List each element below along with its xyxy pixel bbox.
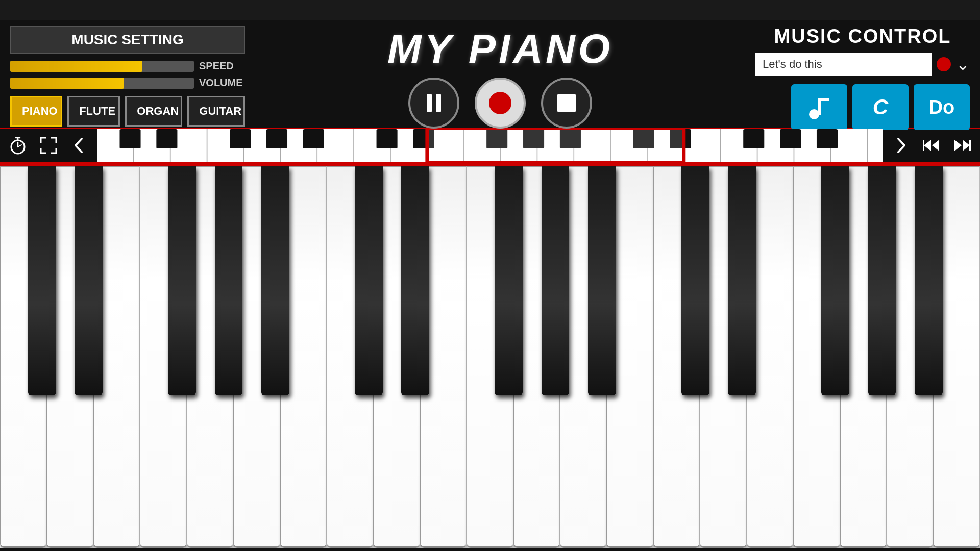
record-indicator xyxy=(937,57,951,71)
timer-button[interactable] xyxy=(5,136,31,155)
piano-section xyxy=(0,166,980,548)
record-button[interactable] xyxy=(475,78,526,129)
volume-slider-row: VOLUME xyxy=(10,77,245,89)
svg-marker-47 xyxy=(924,140,931,151)
svg-marker-48 xyxy=(932,140,939,151)
fast-forward-icon xyxy=(952,136,972,155)
svg-rect-45 xyxy=(817,129,838,148)
speed-slider-track[interactable] xyxy=(10,61,194,72)
svg-marker-50 xyxy=(963,140,970,151)
svg-rect-49 xyxy=(923,140,924,151)
fullscreen-icon xyxy=(39,136,58,155)
top-bar xyxy=(0,0,980,20)
svg-rect-43 xyxy=(743,129,764,148)
speed-label: SPEED xyxy=(199,60,245,72)
black-key-7-5.6[interactable] xyxy=(588,166,616,395)
svg-marker-51 xyxy=(954,140,962,151)
music-note-icon xyxy=(806,94,832,120)
fullscreen-button[interactable] xyxy=(36,136,61,155)
instrument-btn-flute[interactable]: FLUTE xyxy=(67,96,120,127)
mode-buttons: C Do xyxy=(755,84,970,130)
pause-bar-right xyxy=(436,94,441,112)
next-icon xyxy=(892,137,910,154)
black-key-14-1.6[interactable] xyxy=(728,166,756,395)
svg-point-0 xyxy=(809,109,819,119)
black-key-14-0.6[interactable] xyxy=(681,166,709,395)
instrument-btn-organ[interactable]: ORGAN xyxy=(125,96,182,127)
stop-square xyxy=(557,94,576,112)
pause-button[interactable] xyxy=(408,78,459,129)
black-key-0-1.6[interactable] xyxy=(75,166,103,395)
svg-rect-52 xyxy=(969,140,971,151)
volume-slider-track[interactable] xyxy=(10,78,194,89)
song-input[interactable] xyxy=(755,53,932,76)
do-mode-button[interactable]: Do xyxy=(914,84,970,130)
black-key-0-0.6[interactable] xyxy=(28,166,56,395)
music-setting-title: MUSIC SETTING xyxy=(10,26,245,54)
prev-icon xyxy=(70,137,88,154)
next-octave-button[interactable] xyxy=(888,137,914,154)
transport-controls xyxy=(408,78,592,129)
svg-rect-1 xyxy=(818,98,821,115)
nav-bar: // Will be drawn inline xyxy=(0,128,980,163)
black-key-7-4.6[interactable] xyxy=(542,166,570,395)
record-dot xyxy=(489,92,511,114)
song-selector-row: ⌄ xyxy=(755,53,970,76)
app-title: MY PIANO xyxy=(387,26,613,72)
pause-bar-left xyxy=(427,94,432,112)
black-key-0-4.6[interactable] xyxy=(215,166,243,395)
svg-rect-35 xyxy=(303,129,324,148)
center-panel: MY PIANO xyxy=(255,26,745,122)
svg-rect-32 xyxy=(156,129,177,148)
fast-forward-button[interactable] xyxy=(949,136,975,155)
mini-keyboard-wrapper[interactable]: // Will be drawn inline xyxy=(97,129,883,162)
svg-rect-31 xyxy=(119,129,140,148)
right-panel: MUSIC CONTROL ⌄ C Do xyxy=(755,26,970,122)
svg-rect-44 xyxy=(780,129,801,148)
instrument-btn-piano[interactable]: PIANO xyxy=(10,96,62,127)
music-mode-button[interactable] xyxy=(791,84,847,130)
black-key-14-4.6[interactable] xyxy=(868,166,896,395)
instrument-buttons: PIANO FLUTE ORGAN GUITAR xyxy=(10,96,245,127)
mini-keyboard[interactable]: // Will be drawn inline xyxy=(97,129,883,162)
chevron-down-icon[interactable]: ⌄ xyxy=(956,55,970,74)
rewind-button[interactable] xyxy=(919,136,944,155)
black-key-0-5.6[interactable] xyxy=(261,166,289,395)
music-control-title: MUSIC CONTROL xyxy=(755,26,970,47)
timer-icon xyxy=(8,136,28,155)
c-mode-button[interactable]: C xyxy=(852,84,909,130)
black-key-14-3.6[interactable] xyxy=(821,166,849,395)
rewind-icon xyxy=(922,136,941,155)
black-key-7-3.6[interactable] xyxy=(495,166,523,395)
volume-label: VOLUME xyxy=(199,77,245,89)
svg-rect-2 xyxy=(818,98,829,101)
svg-rect-33 xyxy=(230,129,251,148)
stop-button[interactable] xyxy=(541,78,592,129)
black-key-14-5.6[interactable] xyxy=(915,166,943,395)
volume-slider-fill xyxy=(10,78,124,89)
pause-icon xyxy=(427,94,441,112)
svg-rect-34 xyxy=(266,129,287,148)
black-key-7-0.6[interactable] xyxy=(355,166,383,395)
black-key-7-1.6[interactable] xyxy=(401,166,429,395)
speed-slider-fill xyxy=(10,61,142,72)
black-key-0-3.6[interactable] xyxy=(168,166,196,395)
svg-rect-46 xyxy=(427,129,684,162)
left-panel: MUSIC SETTING SPEED VOLUME PIANO FLUTE O… xyxy=(10,26,245,122)
header: MUSIC SETTING SPEED VOLUME PIANO FLUTE O… xyxy=(0,20,980,128)
svg-rect-36 xyxy=(377,129,398,148)
speed-slider-row: SPEED xyxy=(10,60,245,72)
prev-octave-button[interactable] xyxy=(66,137,92,154)
instrument-btn-guitar[interactable]: GUITAR xyxy=(187,96,245,127)
